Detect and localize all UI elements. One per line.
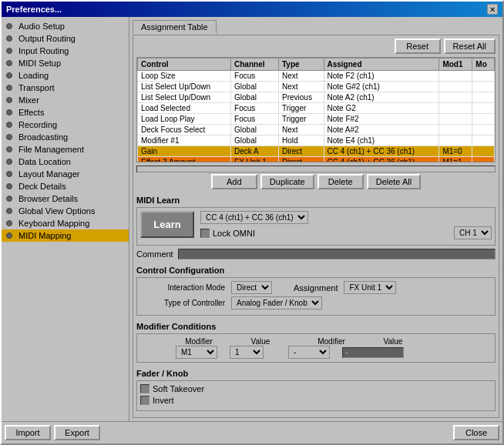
- tab-assignment-table[interactable]: Assignment Table: [133, 20, 217, 34]
- table-cell: [472, 92, 495, 103]
- assignment-select[interactable]: FX Unit 1: [344, 281, 396, 294]
- assignment-table-container[interactable]: Control Channel Type Assigned Mod1 Mo Lo…: [136, 57, 496, 162]
- duplicate-button[interactable]: Duplicate: [260, 174, 314, 189]
- table-row[interactable]: Effect 3 AmountFX Unit 1DirectCC 4 (ch1)…: [138, 157, 495, 162]
- sidebar-bullet-icon: [6, 97, 12, 103]
- right-panel: Assignment Table Reset Reset All Control…: [129, 17, 502, 421]
- interaction-mode-row: Interaction Mode Direct Assignment FX Un…: [140, 281, 492, 294]
- import-button[interactable]: Import: [5, 425, 51, 440]
- midi-learn-label: MIDI Learn: [136, 196, 496, 205]
- table-row[interactable]: Load Loop PlayFocusTriggerNote F#2: [138, 114, 495, 125]
- close-button[interactable]: Close: [453, 425, 499, 440]
- sidebar: Audio SetupOutput RoutingInput RoutingMI…: [2, 17, 129, 421]
- delete-all-button[interactable]: Delete All: [367, 174, 421, 189]
- close-icon[interactable]: ✕: [487, 4, 498, 15]
- table-cell: [439, 92, 472, 103]
- interaction-mode-select[interactable]: Direct: [231, 281, 272, 294]
- cc-select[interactable]: CC 4 (ch1) + CC 36 (ch1): [200, 211, 308, 224]
- table-cell: Focus: [231, 71, 279, 82]
- sidebar-item-file-management[interactable]: File Management: [2, 143, 129, 156]
- sidebar-bullet-icon: [6, 146, 12, 152]
- lock-omni-checkbox[interactable]: [200, 229, 210, 238]
- table-cell: Trigger: [278, 114, 324, 125]
- col-header-channel: Channel: [231, 59, 279, 71]
- table-scrollbar[interactable]: [136, 166, 496, 172]
- sidebar-item-loading[interactable]: Loading: [2, 69, 129, 82]
- main-content: Audio SetupOutput RoutingInput RoutingMI…: [2, 17, 502, 421]
- table-cell: [439, 71, 472, 82]
- table-row[interactable]: List Select Up/DownGlobalNextNote G#2 (c…: [138, 82, 495, 92]
- sidebar-item-global-view-options[interactable]: Global View Options: [2, 205, 129, 217]
- col-header-mod1: Mod1: [439, 59, 472, 71]
- control-config-section: Interaction Mode Direct Assignment FX Un…: [136, 277, 496, 316]
- table-cell: Previous: [278, 92, 324, 103]
- table-cell: Load Selected: [138, 103, 231, 114]
- sidebar-item-output-routing[interactable]: Output Routing: [2, 32, 129, 45]
- sidebar-item-layout-manager[interactable]: Layout Manager: [2, 168, 129, 180]
- table-cell: [472, 157, 495, 162]
- table-cell: Global: [231, 92, 279, 103]
- sidebar-item-recording[interactable]: Recording: [2, 119, 129, 131]
- sidebar-item-keyboard-mapping[interactable]: Keyboard Mapping: [2, 217, 129, 229]
- table-cell: Trigger: [278, 103, 324, 114]
- fader-section: Soft Takeover Invert: [136, 380, 496, 411]
- mod2-select[interactable]: -: [288, 346, 330, 359]
- val1-select[interactable]: 1: [230, 346, 264, 359]
- midi-learn-area: Learn CC 4 (ch1) + CC 36 (ch1) Lock OMNI: [136, 207, 496, 246]
- sidebar-item-deck-details[interactable]: Deck Details: [2, 180, 129, 192]
- invert-checkbox[interactable]: [140, 396, 150, 405]
- sidebar-item-effects[interactable]: Effects: [2, 106, 129, 119]
- table-cell: [472, 71, 495, 82]
- sidebar-bullet-icon: [6, 122, 12, 128]
- sidebar-item-label: Audio Setup: [18, 22, 65, 31]
- add-button[interactable]: Add: [211, 174, 257, 189]
- controller-type-select[interactable]: Analog Fader / Knob: [231, 296, 322, 309]
- table-row[interactable]: Loop SizeFocusNextNote F2 (ch1): [138, 71, 495, 82]
- table-cell: Deck A: [231, 146, 279, 157]
- modifier-col-label: Modifier: [176, 337, 222, 346]
- table-cell: [472, 114, 495, 125]
- sidebar-bullet-icon: [6, 196, 12, 202]
- delete-button[interactable]: Delete: [318, 174, 364, 189]
- sidebar-item-broadcasting[interactable]: Broadcasting: [2, 131, 129, 143]
- channel-select[interactable]: CH 1: [454, 226, 492, 239]
- sidebar-item-label: Loading: [18, 71, 49, 80]
- sidebar-bullet-icon: [6, 48, 12, 54]
- sidebar-item-mixer[interactable]: Mixer: [2, 94, 129, 106]
- sidebar-item-label: Layout Manager: [18, 169, 80, 179]
- table-cell: Note A#2: [324, 125, 439, 136]
- export-button[interactable]: Export: [54, 425, 100, 440]
- sidebar-item-label: Keyboard Mapping: [18, 219, 89, 228]
- sidebar-item-label: Deck Details: [18, 182, 66, 191]
- value-col-label: Value: [237, 337, 284, 346]
- table-cell: M1=1: [439, 157, 472, 162]
- table-row[interactable]: Load SelectedFocusTriggerNote G2: [138, 103, 495, 114]
- table-row[interactable]: Modifier #1GlobalHoldNote E4 (ch1): [138, 136, 495, 146]
- table-cell: Global: [231, 82, 279, 92]
- sidebar-bullet-icon: [6, 23, 12, 29]
- sidebar-item-data-location[interactable]: Data Location: [2, 156, 129, 168]
- soft-takeover-checkbox[interactable]: [140, 384, 150, 393]
- sidebar-item-audio-setup[interactable]: Audio Setup: [2, 20, 129, 32]
- sidebar-item-midi-setup[interactable]: MIDI Setup: [2, 57, 129, 69]
- reset-all-button[interactable]: Reset All: [444, 38, 496, 54]
- sidebar-item-browser-details[interactable]: Browser Details: [2, 192, 129, 205]
- sidebar-item-transport[interactable]: Transport: [2, 82, 129, 94]
- sidebar-item-label: Output Routing: [18, 34, 76, 43]
- bottom-bar: Import Export Close: [2, 421, 502, 443]
- table-row[interactable]: GainDeck ADirectCC 4 (ch1) + CC 36 (ch1)…: [138, 146, 495, 157]
- assignment-table: Control Channel Type Assigned Mod1 Mo Lo…: [137, 58, 495, 162]
- table-cell: [472, 146, 495, 157]
- lock-omni-label: Lock OMNI: [213, 229, 255, 238]
- table-cell: Note F2 (ch1): [324, 71, 439, 82]
- table-row[interactable]: List Select Up/DownGlobalPreviousNote A2…: [138, 92, 495, 103]
- comment-input[interactable]: [178, 249, 496, 259]
- table-cell: [472, 136, 495, 146]
- learn-button[interactable]: Learn: [140, 211, 194, 238]
- sidebar-item-input-routing[interactable]: Input Routing: [2, 45, 129, 57]
- table-cell: [439, 82, 472, 92]
- reset-button[interactable]: Reset: [395, 38, 441, 54]
- sidebar-item-midi-mapping[interactable]: MIDI Mapping: [2, 229, 129, 242]
- mod1-select[interactable]: M1: [176, 346, 217, 359]
- table-row[interactable]: Deck Focus SelectGlobalNextNote A#2: [138, 125, 495, 136]
